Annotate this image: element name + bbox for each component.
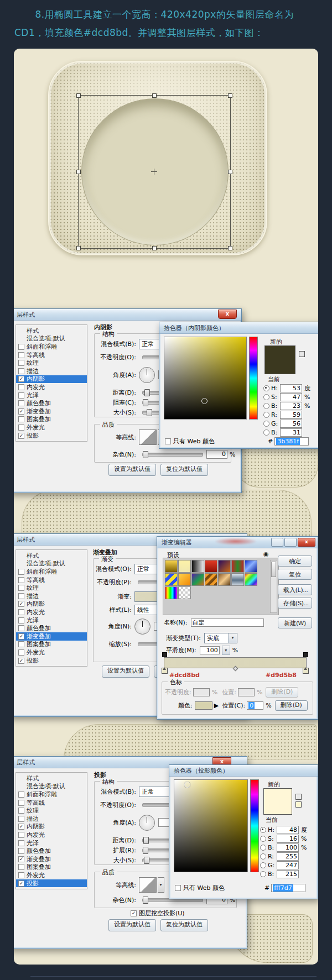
gradient-preset-thumb[interactable] — [178, 573, 191, 586]
gradient-preset-thumb[interactable] — [165, 573, 178, 586]
style-list-item[interactable]: 外发光 — [16, 871, 87, 879]
reset-button[interactable]: 复位 — [278, 569, 312, 580]
gradient-preset-thumb[interactable] — [231, 560, 244, 573]
style-list-item[interactable]: 光泽 — [16, 839, 87, 847]
set-default-button[interactable]: 设置为默认值 — [108, 464, 156, 476]
color-stop-right[interactable] — [303, 668, 309, 674]
gradient-preset-thumb[interactable] — [165, 586, 178, 599]
slider-thumb[interactable] — [147, 409, 152, 416]
web-only-checkbox[interactable] — [165, 438, 171, 444]
h-input[interactable]: 53 — [280, 384, 302, 392]
close-icon[interactable]: x — [218, 310, 237, 319]
styles-list-header[interactable]: 样式 — [16, 552, 87, 560]
radio-g[interactable] — [263, 421, 269, 427]
r-input[interactable]: 255 — [277, 852, 299, 861]
radio-h[interactable] — [263, 385, 269, 391]
checkbox[interactable] — [18, 881, 24, 887]
style-list-item[interactable]: 纹理 — [16, 806, 87, 815]
gradient-preset-thumb[interactable] — [218, 573, 231, 586]
slider-thumb[interactable] — [143, 847, 148, 854]
style-list-item[interactable]: 混合选项:默认 — [16, 783, 87, 791]
checkbox[interactable] — [18, 585, 24, 591]
checkbox[interactable] — [18, 649, 24, 656]
s-input[interactable]: 16 — [277, 835, 299, 843]
radio-b[interactable] — [260, 845, 266, 851]
checkbox[interactable] — [18, 808, 24, 814]
opacity-stop-left[interactable] — [162, 652, 167, 657]
gradient-preset-thumb[interactable] — [205, 573, 217, 586]
dialog-titlebar[interactable]: 拾色器（内阴影颜色） — [159, 322, 318, 334]
style-list-item-gradient-overlay[interactable]: 渐变叠加 — [16, 632, 87, 641]
checkbox[interactable] — [18, 433, 24, 439]
styles-list-header[interactable]: 样式 — [16, 774, 87, 783]
scrollbar[interactable] — [270, 560, 277, 613]
color-field-marker[interactable] — [184, 782, 190, 788]
checkbox[interactable] — [18, 408, 24, 415]
style-list-item[interactable]: 描边 — [16, 592, 87, 600]
transform-bounding-box[interactable] — [78, 95, 231, 249]
style-list-item-drop-shadow[interactable]: 投影 — [16, 879, 87, 888]
style-list-item[interactable]: 斜面和浮雕 — [16, 790, 87, 799]
radio-g[interactable] — [260, 862, 266, 868]
contour-thumbnail[interactable] — [139, 877, 157, 893]
g-input[interactable]: 56 — [280, 420, 302, 428]
style-list-item[interactable]: 光泽 — [16, 616, 87, 625]
checkbox[interactable] — [18, 848, 24, 854]
radio-b2[interactable] — [260, 871, 266, 877]
h-input[interactable]: 48 — [277, 826, 299, 834]
style-list-item[interactable]: 内发光 — [16, 608, 87, 616]
style-list-item[interactable]: 纹理 — [16, 584, 87, 592]
gradient-preset-thumb[interactable] — [178, 560, 191, 573]
transform-handle[interactable] — [76, 93, 81, 98]
dialog-titlebar[interactable]: 拾色器（投影颜色） — [169, 765, 318, 777]
flyout-arrow-icon[interactable]: ▶ — [214, 702, 219, 709]
checkbox[interactable] — [18, 617, 24, 623]
checkbox[interactable] — [18, 392, 24, 399]
style-list-item[interactable]: 光泽 — [16, 391, 87, 400]
maximize-button[interactable] — [284, 538, 297, 547]
style-list-item[interactable]: 纹理 — [16, 359, 87, 367]
contour-thumbnail[interactable] — [139, 429, 157, 445]
style-list-item[interactable]: 外发光 — [16, 423, 87, 432]
reset-default-button[interactable]: 复位为默认值 — [160, 919, 208, 931]
radio-b[interactable] — [263, 403, 269, 409]
style-list-item[interactable]: 等高线 — [16, 576, 87, 584]
checkbox[interactable] — [18, 633, 24, 640]
gradient-preset-thumb[interactable] — [245, 560, 257, 573]
ok-button[interactable]: 确定 — [278, 555, 312, 567]
reset-default-button[interactable]: 复位为默认值 — [160, 464, 208, 476]
color-field-marker[interactable] — [201, 398, 208, 404]
style-list-item-inner-shadow[interactable]: 内阴影 — [16, 823, 87, 831]
checkbox[interactable] — [18, 864, 24, 870]
gear-icon[interactable]: ◉ — [263, 551, 269, 558]
style-list-item[interactable]: 颜色叠加 — [16, 847, 87, 855]
minimize-button[interactable] — [271, 538, 283, 547]
gradient-type-select[interactable]: 实底▾ — [204, 633, 237, 643]
style-list-item-drop-shadow[interactable]: 投影 — [16, 657, 87, 665]
style-list-item-inner-shadow[interactable]: 内阴影 — [16, 600, 87, 609]
hue-slider[interactable] — [250, 779, 259, 872]
chevron-down-icon[interactable]: ▾ — [158, 877, 164, 893]
gradient-preset-thumb[interactable] — [165, 560, 178, 573]
dialog-titlebar[interactable]: 层样式 — [14, 309, 241, 321]
radio-s[interactable] — [263, 394, 269, 400]
style-list-item[interactable]: 混合选项:默认 — [16, 335, 87, 343]
style-list-item-gradient-overlay[interactable]: 渐变叠加 — [16, 407, 87, 416]
radio-r[interactable] — [263, 412, 269, 418]
load-button[interactable]: 载入(L)... — [278, 584, 312, 595]
s-input[interactable]: 47 — [280, 393, 302, 401]
gamut-cube-icon[interactable] — [299, 351, 305, 357]
layer-knockout-checkbox[interactable] — [131, 910, 137, 916]
gradient-name-input[interactable]: 自定 — [191, 619, 264, 627]
slider-thumb[interactable] — [144, 857, 149, 864]
radio-s[interactable] — [260, 836, 266, 842]
checkbox[interactable] — [18, 352, 24, 358]
style-list-item[interactable]: 等高线 — [16, 351, 87, 359]
checkbox[interactable] — [18, 593, 24, 599]
checkbox[interactable] — [18, 840, 24, 846]
style-list-item[interactable]: 内发光 — [16, 831, 87, 839]
style-list-item[interactable]: 颜色叠加 — [16, 399, 87, 407]
style-list-item[interactable]: 外发光 — [16, 648, 87, 657]
styles-list-header[interactable]: 样式 — [16, 327, 87, 335]
r-input[interactable]: 59 — [280, 411, 302, 419]
